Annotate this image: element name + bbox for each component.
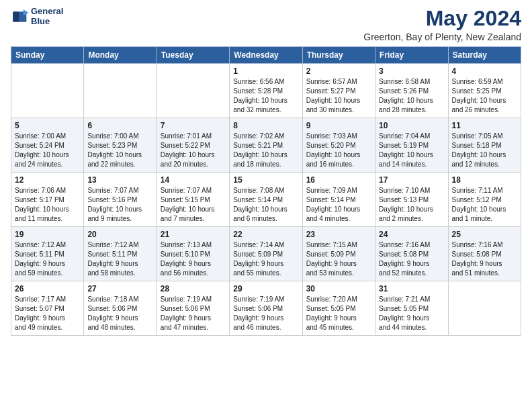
page: General Blue May 2024 Greerton, Bay of P…: [0, 0, 532, 411]
header: General Blue May 2024 Greerton, Bay of P…: [11, 7, 521, 42]
day-info: Sunrise: 7:11 AM Sunset: 5:12 PM Dayligh…: [452, 186, 517, 224]
day-number: 20: [87, 230, 152, 239]
calendar-day-20: 20Sunrise: 7:12 AM Sunset: 5:11 PM Dayli…: [84, 227, 157, 281]
calendar-week-row: 5Sunrise: 7:00 AM Sunset: 5:24 PM Daylig…: [11, 118, 521, 173]
calendar-day-5: 5Sunrise: 7:00 AM Sunset: 5:24 PM Daylig…: [11, 118, 84, 173]
day-number: 14: [161, 175, 226, 185]
calendar-day-30: 30Sunrise: 7:20 AM Sunset: 5:05 PM Dayli…: [302, 281, 375, 336]
day-info: Sunrise: 7:07 AM Sunset: 5:15 PM Dayligh…: [161, 186, 226, 224]
day-header-wednesday: Wednesday: [230, 47, 302, 64]
day-info: Sunrise: 7:00 AM Sunset: 5:24 PM Dayligh…: [15, 132, 80, 169]
title-block: May 2024 Greerton, Bay of Plenty, New Ze…: [363, 7, 521, 42]
calendar-day-25: 25Sunrise: 7:16 AM Sunset: 5:08 PM Dayli…: [448, 227, 521, 281]
day-number: 9: [306, 121, 371, 130]
calendar-day-16: 16Sunrise: 7:09 AM Sunset: 5:14 PM Dayli…: [302, 173, 375, 227]
day-info: Sunrise: 6:57 AM Sunset: 5:27 PM Dayligh…: [306, 77, 371, 115]
calendar-day-7: 7Sunrise: 7:01 AM Sunset: 5:22 PM Daylig…: [157, 118, 229, 173]
calendar-day-8: 8Sunrise: 7:02 AM Sunset: 5:21 PM Daylig…: [230, 118, 302, 173]
empty-day-cell: [157, 64, 229, 118]
day-info: Sunrise: 6:59 AM Sunset: 5:25 PM Dayligh…: [452, 77, 517, 115]
calendar-week-row: 1Sunrise: 6:56 AM Sunset: 5:28 PM Daylig…: [11, 64, 521, 118]
calendar-day-15: 15Sunrise: 7:08 AM Sunset: 5:14 PM Dayli…: [230, 173, 302, 227]
day-number: 7: [161, 121, 226, 130]
day-number: 4: [452, 66, 517, 76]
logo-icon: [11, 7, 30, 26]
calendar-day-31: 31Sunrise: 7:21 AM Sunset: 5:05 PM Dayli…: [375, 281, 448, 336]
calendar-day-29: 29Sunrise: 7:19 AM Sunset: 5:06 PM Dayli…: [230, 281, 302, 336]
logo: General Blue: [11, 7, 63, 27]
calendar-table: SundayMondayTuesdayWednesdayThursdayFrid…: [11, 46, 521, 336]
day-info: Sunrise: 7:17 AM Sunset: 5:07 PM Dayligh…: [15, 295, 80, 332]
calendar-day-24: 24Sunrise: 7:16 AM Sunset: 5:08 PM Dayli…: [375, 227, 448, 281]
day-number: 10: [379, 121, 444, 130]
calendar-day-6: 6Sunrise: 7:00 AM Sunset: 5:23 PM Daylig…: [84, 118, 157, 173]
day-number: 12: [15, 175, 80, 185]
calendar-day-13: 13Sunrise: 7:07 AM Sunset: 5:16 PM Dayli…: [84, 173, 157, 227]
day-header-tuesday: Tuesday: [157, 47, 229, 64]
calendar-week-row: 12Sunrise: 7:06 AM Sunset: 5:17 PM Dayli…: [11, 173, 521, 227]
day-number: 1: [233, 66, 298, 76]
day-info: Sunrise: 7:21 AM Sunset: 5:05 PM Dayligh…: [379, 295, 444, 332]
calendar-day-19: 19Sunrise: 7:12 AM Sunset: 5:11 PM Dayli…: [11, 227, 84, 281]
day-number: 23: [306, 230, 371, 239]
day-info: Sunrise: 7:01 AM Sunset: 5:22 PM Dayligh…: [161, 132, 226, 169]
calendar-day-9: 9Sunrise: 7:03 AM Sunset: 5:20 PM Daylig…: [302, 118, 375, 173]
calendar-day-28: 28Sunrise: 7:19 AM Sunset: 5:06 PM Dayli…: [157, 281, 229, 336]
calendar-day-21: 21Sunrise: 7:13 AM Sunset: 5:10 PM Dayli…: [157, 227, 229, 281]
day-info: Sunrise: 7:20 AM Sunset: 5:05 PM Dayligh…: [306, 295, 371, 332]
day-number: 2: [306, 66, 371, 76]
day-info: Sunrise: 7:04 AM Sunset: 5:19 PM Dayligh…: [379, 132, 444, 169]
day-number: 25: [452, 230, 517, 239]
day-info: Sunrise: 7:00 AM Sunset: 5:23 PM Dayligh…: [87, 132, 152, 169]
empty-day-cell: [11, 64, 84, 118]
day-number: 3: [379, 66, 444, 76]
day-info: Sunrise: 7:10 AM Sunset: 5:13 PM Dayligh…: [379, 186, 444, 224]
day-number: 16: [306, 175, 371, 185]
calendar-day-23: 23Sunrise: 7:15 AM Sunset: 5:09 PM Dayli…: [302, 227, 375, 281]
day-info: Sunrise: 7:13 AM Sunset: 5:10 PM Dayligh…: [161, 240, 226, 278]
day-info: Sunrise: 7:06 AM Sunset: 5:17 PM Dayligh…: [15, 186, 80, 224]
svg-rect-1: [13, 11, 19, 22]
day-info: Sunrise: 7:14 AM Sunset: 5:09 PM Dayligh…: [233, 240, 298, 278]
calendar-week-row: 26Sunrise: 7:17 AM Sunset: 5:07 PM Dayli…: [11, 281, 521, 336]
day-header-thursday: Thursday: [302, 47, 375, 64]
day-number: 21: [161, 230, 226, 239]
logo-text: General Blue: [31, 7, 63, 27]
calendar-day-2: 2Sunrise: 6:57 AM Sunset: 5:27 PM Daylig…: [302, 64, 375, 118]
day-info: Sunrise: 7:19 AM Sunset: 5:06 PM Dayligh…: [233, 295, 298, 332]
logo-line1: General: [31, 7, 63, 17]
day-info: Sunrise: 7:16 AM Sunset: 5:08 PM Dayligh…: [452, 240, 517, 278]
day-number: 27: [87, 284, 152, 293]
day-info: Sunrise: 7:05 AM Sunset: 5:18 PM Dayligh…: [452, 132, 517, 169]
calendar-day-18: 18Sunrise: 7:11 AM Sunset: 5:12 PM Dayli…: [448, 173, 521, 227]
day-info: Sunrise: 6:58 AM Sunset: 5:26 PM Dayligh…: [379, 77, 444, 115]
day-number: 22: [233, 230, 298, 239]
day-number: 18: [452, 175, 517, 185]
day-number: 28: [161, 284, 226, 293]
calendar-day-14: 14Sunrise: 7:07 AM Sunset: 5:15 PM Dayli…: [157, 173, 229, 227]
calendar-day-10: 10Sunrise: 7:04 AM Sunset: 5:19 PM Dayli…: [375, 118, 448, 173]
day-info: Sunrise: 7:12 AM Sunset: 5:11 PM Dayligh…: [15, 240, 80, 278]
day-number: 30: [306, 284, 371, 293]
day-header-monday: Monday: [84, 47, 157, 64]
calendar-day-11: 11Sunrise: 7:05 AM Sunset: 5:18 PM Dayli…: [448, 118, 521, 173]
calendar-day-4: 4Sunrise: 6:59 AM Sunset: 5:25 PM Daylig…: [448, 64, 521, 118]
day-number: 15: [233, 175, 298, 185]
day-info: Sunrise: 6:56 AM Sunset: 5:28 PM Dayligh…: [233, 77, 298, 115]
day-number: 31: [379, 284, 444, 293]
calendar-day-26: 26Sunrise: 7:17 AM Sunset: 5:07 PM Dayli…: [11, 281, 84, 336]
empty-day-cell: [84, 64, 157, 118]
day-info: Sunrise: 7:08 AM Sunset: 5:14 PM Dayligh…: [233, 186, 298, 224]
day-info: Sunrise: 7:09 AM Sunset: 5:14 PM Dayligh…: [306, 186, 371, 224]
day-number: 17: [379, 175, 444, 185]
calendar-day-1: 1Sunrise: 6:56 AM Sunset: 5:28 PM Daylig…: [230, 64, 302, 118]
day-header-saturday: Saturday: [448, 47, 521, 64]
subtitle: Greerton, Bay of Plenty, New Zealand: [363, 32, 521, 42]
day-info: Sunrise: 7:12 AM Sunset: 5:11 PM Dayligh…: [87, 240, 152, 278]
day-number: 13: [87, 175, 152, 185]
day-info: Sunrise: 7:19 AM Sunset: 5:06 PM Dayligh…: [161, 295, 226, 332]
day-number: 26: [15, 284, 80, 293]
day-info: Sunrise: 7:03 AM Sunset: 5:20 PM Dayligh…: [306, 132, 371, 169]
day-info: Sunrise: 7:07 AM Sunset: 5:16 PM Dayligh…: [87, 186, 152, 224]
day-number: 5: [15, 121, 80, 130]
